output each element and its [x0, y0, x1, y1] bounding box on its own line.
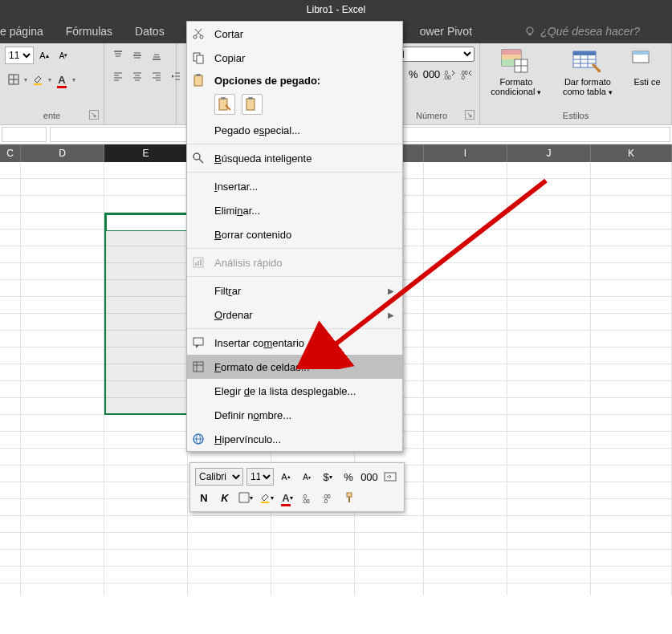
cell[interactable]: [0, 449, 21, 465]
cell[interactable]: [591, 297, 672, 314]
cell[interactable]: [507, 499, 591, 516]
cell[interactable]: [104, 280, 188, 297]
mini-inc-decimal-icon[interactable]: .0.00: [299, 489, 317, 506]
cell[interactable]: [424, 583, 507, 595]
cell[interactable]: [424, 331, 507, 347]
cell[interactable]: [424, 482, 507, 499]
cell[interactable]: [21, 364, 104, 381]
cell[interactable]: [21, 314, 104, 331]
cell[interactable]: [507, 415, 591, 432]
align-right-icon[interactable]: [148, 67, 165, 85]
cell[interactable]: [424, 465, 507, 482]
cm-define-name[interactable]: Definir nombre...: [187, 403, 402, 427]
cell[interactable]: [188, 533, 271, 550]
cell[interactable]: [271, 516, 355, 533]
cell[interactable]: [0, 499, 21, 516]
cell[interactable]: [591, 415, 672, 432]
cell[interactable]: [188, 583, 271, 595]
cell[interactable]: [424, 533, 507, 550]
cm-pick-from-list[interactable]: Elegir de la lista desplegable...: [187, 379, 402, 403]
cell[interactable]: [355, 583, 424, 595]
cm-insert[interactable]: Insertar...: [187, 174, 402, 198]
align-top-icon[interactable]: [109, 47, 127, 64]
mini-currency-icon[interactable]: $▾: [319, 468, 336, 486]
cell[interactable]: [507, 398, 591, 415]
cell[interactable]: [355, 567, 424, 583]
cm-paste-special[interactable]: Pegado especial...: [187, 118, 402, 142]
col-head-c[interactable]: C: [0, 144, 21, 162]
cell[interactable]: [104, 398, 188, 415]
cell[interactable]: [507, 213, 591, 230]
cell[interactable]: [424, 398, 507, 415]
cell[interactable]: [507, 246, 591, 263]
align-center-icon[interactable]: [128, 67, 146, 85]
format-as-table-button[interactable]: Dar formato como tabla ▾: [552, 47, 623, 99]
cell[interactable]: [507, 482, 591, 499]
cell[interactable]: [591, 516, 672, 533]
mini-borders-icon[interactable]: ▾: [237, 489, 255, 506]
tab-formulas[interactable]: Fórmulas: [66, 25, 112, 38]
cell[interactable]: [591, 331, 672, 347]
tab-data[interactable]: Datos: [135, 25, 165, 38]
font-color-icon[interactable]: A: [53, 71, 71, 88]
cell[interactable]: [507, 381, 591, 398]
cell[interactable]: [591, 449, 672, 465]
cell[interactable]: [424, 179, 507, 196]
cell[interactable]: [21, 297, 104, 314]
percent-icon[interactable]: %: [405, 65, 421, 83]
cell[interactable]: [507, 465, 591, 482]
cell[interactable]: [507, 533, 591, 550]
cell-styles-button[interactable]: Esti ce: [628, 47, 666, 88]
cell[interactable]: [0, 213, 21, 230]
cell[interactable]: [591, 230, 672, 246]
cell[interactable]: [507, 331, 591, 347]
cell[interactable]: [21, 482, 104, 499]
mini-italic-button[interactable]: K: [216, 489, 234, 506]
col-head-i[interactable]: I: [424, 144, 507, 162]
cell[interactable]: [507, 230, 591, 246]
cell[interactable]: [591, 482, 672, 499]
cell[interactable]: [0, 381, 21, 398]
cell[interactable]: [424, 314, 507, 331]
mini-percent-icon[interactable]: %: [340, 468, 357, 486]
cell[interactable]: [507, 280, 591, 297]
cm-delete[interactable]: Eliminar...: [187, 198, 402, 222]
fill-color-icon[interactable]: [29, 71, 47, 88]
cell[interactable]: [591, 432, 672, 449]
cell[interactable]: [21, 347, 104, 364]
cell[interactable]: [188, 516, 271, 533]
mini-bold-button[interactable]: N: [195, 489, 213, 506]
cell[interactable]: [507, 263, 591, 280]
mini-size-select[interactable]: 11: [246, 468, 274, 486]
col-head-j[interactable]: J: [507, 144, 591, 162]
cell[interactable]: [424, 297, 507, 314]
cell[interactable]: [104, 465, 188, 482]
cell[interactable]: [424, 246, 507, 263]
cell[interactable]: [424, 364, 507, 381]
cm-cut[interactable]: Cortar: [187, 22, 402, 46]
col-head-k[interactable]: K: [591, 144, 672, 162]
cell[interactable]: [424, 499, 507, 516]
cell[interactable]: [21, 381, 104, 398]
cell[interactable]: [0, 314, 21, 331]
cell[interactable]: [0, 415, 21, 432]
cell[interactable]: [21, 567, 104, 583]
cell[interactable]: [188, 567, 271, 583]
cm-filter[interactable]: Filtrar ▶: [187, 278, 402, 303]
cell[interactable]: [0, 364, 21, 381]
cell[interactable]: [21, 583, 104, 595]
cell[interactable]: [21, 331, 104, 347]
cell[interactable]: [591, 381, 672, 398]
cell[interactable]: [424, 516, 507, 533]
cell[interactable]: [104, 415, 188, 432]
cell[interactable]: [0, 179, 21, 196]
borders-icon[interactable]: [5, 71, 22, 88]
cell[interactable]: [21, 432, 104, 449]
cell[interactable]: [424, 213, 507, 230]
cell[interactable]: [104, 567, 188, 583]
mini-font-color-icon[interactable]: A▾: [279, 489, 296, 506]
increase-font-icon[interactable]: A▴: [35, 47, 53, 64]
cell[interactable]: [0, 263, 21, 280]
cell[interactable]: [591, 162, 672, 179]
paste-option-default[interactable]: [214, 94, 235, 115]
